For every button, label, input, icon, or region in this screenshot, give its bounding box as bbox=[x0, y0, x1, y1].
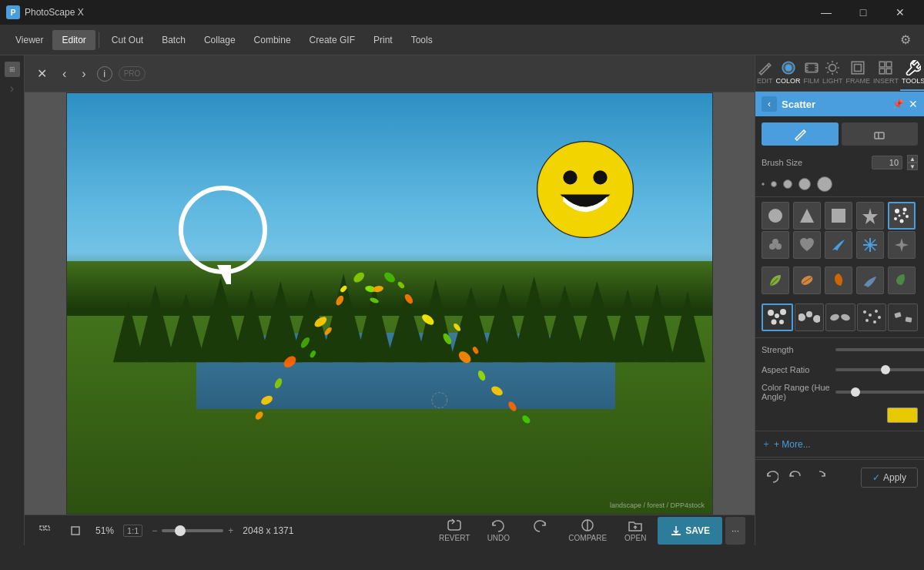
scatter-apply-button[interactable]: ✓ Apply bbox=[861, 468, 918, 488]
svg-line-72 bbox=[828, 62, 829, 64]
status-actions: REVERT UNDO UNDO bbox=[433, 517, 745, 545]
brush-preview-row bbox=[755, 300, 924, 334]
zoom-ratio: 1:1 bbox=[123, 525, 142, 537]
brush-size-down[interactable]: ▼ bbox=[907, 163, 918, 170]
brush-dot-3[interactable] bbox=[783, 179, 792, 189]
compare-button[interactable]: COMPARE bbox=[562, 517, 613, 544]
scatter-back-button[interactable]: ‹ bbox=[762, 96, 777, 112]
shape-leaf-4[interactable] bbox=[856, 267, 884, 294]
prev-image-button[interactable]: ‹ bbox=[58, 65, 71, 83]
aspect-ratio-slider[interactable] bbox=[835, 368, 924, 371]
shape-flake[interactable] bbox=[888, 202, 916, 230]
shape-leaf-5[interactable] bbox=[888, 267, 916, 294]
divider-1 bbox=[755, 196, 924, 197]
brush-size-input[interactable] bbox=[872, 156, 902, 169]
shape-cross[interactable] bbox=[888, 231, 916, 259]
shape-star[interactable] bbox=[856, 202, 884, 230]
maximize-button[interactable]: □ bbox=[845, 0, 881, 25]
panel-insert-icon[interactable]: INSERT bbox=[872, 55, 900, 91]
more-options-label: + More... bbox=[774, 439, 811, 450]
panel-edit-icon[interactable]: EDIT bbox=[755, 55, 775, 91]
shape-leaf-1[interactable] bbox=[762, 267, 789, 294]
info-button[interactable]: i bbox=[97, 66, 112, 82]
svg-rect-77 bbox=[855, 65, 862, 72]
scatter-pin-button[interactable]: 📌 bbox=[892, 99, 904, 109]
minimize-button[interactable]: — bbox=[808, 0, 844, 25]
svg-point-111 bbox=[798, 314, 805, 321]
redo-button[interactable]: UNDO bbox=[521, 517, 559, 544]
brush-prev-4[interactable] bbox=[857, 303, 887, 331]
apply-row: ✓ Apply bbox=[755, 459, 924, 495]
shape-heart[interactable] bbox=[793, 231, 821, 259]
zoom-slider[interactable] bbox=[162, 529, 223, 532]
menu-cutout[interactable]: Cut Out bbox=[102, 30, 152, 50]
brush-prev-1[interactable] bbox=[762, 303, 793, 331]
brush-prev-3[interactable] bbox=[825, 303, 855, 331]
save-button[interactable]: SAVE bbox=[658, 517, 722, 545]
gear-icon[interactable]: ⚙ bbox=[893, 28, 918, 52]
shape-sparkle[interactable] bbox=[856, 231, 884, 259]
zoom-minus-icon: − bbox=[152, 525, 157, 536]
shape-brush[interactable] bbox=[825, 231, 852, 259]
brush-prev-5[interactable] bbox=[888, 303, 918, 331]
canvas-area[interactable]: landscape / forest / DPP4stock bbox=[25, 92, 755, 515]
panel-insert-label: INSERT bbox=[873, 77, 899, 85]
open-button[interactable]: OPEN bbox=[616, 517, 654, 544]
shape-triangle[interactable] bbox=[793, 202, 821, 230]
panel-frame-icon[interactable]: FRAME bbox=[845, 55, 872, 91]
pro-badge: PRO bbox=[119, 66, 146, 81]
scatter-undo2-button[interactable] bbox=[786, 466, 806, 489]
svg-point-21 bbox=[563, 170, 577, 184]
shape-square[interactable] bbox=[825, 202, 852, 230]
close-editor-button[interactable]: ✕ bbox=[32, 64, 52, 83]
color-range-slider[interactable] bbox=[835, 391, 924, 394]
svg-point-109 bbox=[772, 320, 777, 325]
menu-batch[interactable]: Batch bbox=[152, 30, 195, 50]
brush-prev-2[interactable] bbox=[795, 303, 825, 331]
menu-print[interactable]: Print bbox=[364, 30, 402, 50]
menu-tools[interactable]: Tools bbox=[402, 30, 442, 50]
brush-dot-1[interactable] bbox=[762, 183, 765, 186]
brush-dot-5[interactable] bbox=[817, 176, 832, 192]
svg-rect-51 bbox=[45, 526, 49, 530]
revert-button[interactable]: REVERT bbox=[433, 517, 476, 544]
undo-button[interactable]: UNDO bbox=[479, 517, 517, 544]
panel-film-icon[interactable]: FILM bbox=[802, 55, 822, 91]
scatter-redo-button[interactable] bbox=[811, 466, 831, 489]
scatter-erase-button[interactable] bbox=[842, 122, 919, 146]
chat-bubble-tail bbox=[217, 265, 231, 284]
shape-leaf-2[interactable] bbox=[793, 267, 821, 294]
color-range-control: Color Range (Hue Angle) 30 ▲ ▼ bbox=[755, 380, 924, 404]
strength-slider[interactable] bbox=[835, 348, 924, 351]
scatter-draw-button[interactable] bbox=[762, 122, 839, 146]
scatter-close-button[interactable]: ✕ bbox=[909, 98, 918, 110]
shape-circle[interactable] bbox=[762, 202, 789, 230]
shape-clover[interactable] bbox=[762, 231, 789, 259]
scatter-header: ‹ Scatter 📌 ✕ bbox=[755, 92, 924, 116]
menu-creategif[interactable]: Create GIF bbox=[300, 30, 364, 50]
next-image-button[interactable]: › bbox=[77, 65, 90, 83]
panel-color-icon[interactable]: COLOR bbox=[775, 55, 802, 91]
close-button[interactable]: ✕ bbox=[882, 0, 918, 25]
selection-icon-button[interactable] bbox=[34, 521, 55, 540]
brush-dot-2[interactable] bbox=[771, 181, 777, 187]
menu-collage[interactable]: Collage bbox=[195, 30, 245, 50]
svg-point-96 bbox=[775, 243, 782, 250]
menu-editor[interactable]: Editor bbox=[52, 30, 95, 50]
left-expand-btn[interactable]: › bbox=[10, 82, 14, 96]
brush-size-up[interactable]: ▲ bbox=[907, 155, 918, 163]
shape-leaf-3[interactable] bbox=[825, 267, 852, 294]
scatter-undo-button[interactable] bbox=[762, 466, 782, 489]
svg-rect-76 bbox=[852, 62, 865, 74]
more-options-button[interactable]: ＋ + More... bbox=[755, 433, 924, 455]
brush-dot-4[interactable] bbox=[798, 178, 811, 190]
menu-viewer[interactable]: Viewer bbox=[6, 30, 52, 50]
panel-tools-icon[interactable]: TOOLS bbox=[900, 55, 924, 91]
menu-combine[interactable]: Combine bbox=[245, 30, 300, 50]
crop-icon-button[interactable] bbox=[65, 521, 86, 540]
left-tool-1[interactable]: ⊞ bbox=[5, 62, 20, 77]
strength-label: Strength bbox=[762, 345, 831, 354]
color-swatch[interactable] bbox=[887, 407, 918, 423]
panel-light-icon[interactable]: LIGHT bbox=[821, 55, 845, 91]
more-button[interactable]: ··· bbox=[725, 517, 745, 545]
